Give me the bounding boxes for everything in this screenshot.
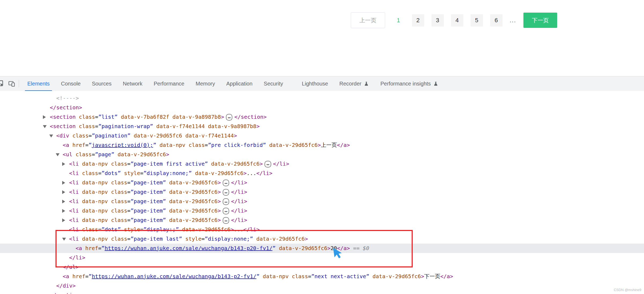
dom-node[interactable]: <li data-npv class=”page-item last” styl… <box>0 234 644 244</box>
expand-arrow-icon[interactable] <box>43 115 46 119</box>
tab-recorder[interactable]: Recorder <box>334 76 375 91</box>
inspect-element-icon[interactable] <box>0 79 5 88</box>
dom-node[interactable]: <section class=”list” data-v-7ba6f82f da… <box>0 112 644 122</box>
dom-node[interactable]: <li class=”dots” style=”display:none;” d… <box>0 169 644 178</box>
inline-expand-button[interactable]: … <box>223 208 229 214</box>
code-token: ”page-item” <box>131 217 166 223</box>
dom-node[interactable]: <a href=”javascript:void(0);” data-npv c… <box>0 140 644 150</box>
expand-arrow-icon[interactable] <box>62 200 65 203</box>
tab-security[interactable]: Security <box>258 76 289 91</box>
page-button-5[interactable]: 5 <box>471 14 483 27</box>
dom-node[interactable]: </section> <box>0 291 644 294</box>
dom-node[interactable]: <li data-npv class=”page-item” data-v-29… <box>0 206 644 215</box>
code-token: </ul> <box>63 264 79 270</box>
code-token: = <box>202 236 205 242</box>
tab-application[interactable]: Application <box>221 76 258 91</box>
page-button-2[interactable]: 2 <box>412 14 424 27</box>
code-token: class <box>108 161 127 167</box>
code-token: data-v-f74e1144 <box>182 132 234 139</box>
collapse-arrow-icon[interactable] <box>56 153 59 156</box>
code-token: > <box>166 151 169 158</box>
dom-node[interactable]: <li data-npv class=”page-item” data-v-29… <box>0 197 644 206</box>
tab-sources[interactable]: Sources <box>86 76 117 91</box>
inline-expand-button[interactable]: … <box>226 114 232 121</box>
dom-node[interactable]: <li data-npv class=”page-item” data-v-29… <box>0 215 644 225</box>
dom-node[interactable]: <section class=”pagination-wrap” data-v-… <box>0 122 644 131</box>
code-token: <section <box>50 123 76 129</box>
code-token: <li <box>69 161 79 167</box>
dom-node[interactable]: </section> <box>0 103 644 112</box>
code-token: data-v-29d65fc6 <box>276 245 327 251</box>
code-token: data-npv <box>156 142 185 148</box>
page-button-3[interactable]: 3 <box>431 14 444 27</box>
dom-node[interactable]: <a href=”https://wuhan.anjuke.com/sale/w… <box>0 272 644 281</box>
dom-node[interactable]: <li data-npv class=”page-item” data-v-29… <box>0 178 644 187</box>
expand-arrow-icon[interactable] <box>62 181 65 185</box>
code-token: </li> <box>231 198 247 204</box>
code-token: = <box>308 273 311 280</box>
code-token: = <box>127 189 131 195</box>
dom-node[interactable]: </li> <box>0 253 644 262</box>
page-button-1[interactable]: 1 <box>392 14 405 27</box>
code-token: ”pagination” <box>92 132 131 139</box>
code-token: class <box>108 236 127 242</box>
expand-arrow-icon[interactable] <box>62 218 65 222</box>
code-token: ”list” <box>98 114 118 120</box>
code-token: 上一页 <box>321 142 337 148</box>
code-token: class <box>79 226 98 233</box>
experiment-icon <box>433 81 438 86</box>
tab-console[interactable]: Console <box>55 76 86 91</box>
next-page-button[interactable]: 下一页 <box>523 13 557 28</box>
code-token: data-v-29d65fc6 <box>166 189 218 195</box>
code-token: ”dots” <box>101 170 121 176</box>
code-token: </section> <box>50 292 82 294</box>
tab-performance[interactable]: Performance <box>148 76 190 91</box>
expand-arrow-icon[interactable] <box>62 190 65 194</box>
collapse-arrow-icon[interactable] <box>49 135 53 137</box>
code-token: href <box>82 245 98 251</box>
page-button-4[interactable]: 4 <box>451 14 463 27</box>
inline-expand-button[interactable]: … <box>265 161 271 168</box>
dom-node-selected[interactable]: <a href=”https://wuhan.anjuke.com/sale/w… <box>0 244 644 253</box>
prev-page-button[interactable]: 上一页 <box>351 12 385 28</box>
tab-lighthouse[interactable]: Lighthouse <box>296 76 334 91</box>
code-token: ”pagination-wrap” <box>98 123 153 129</box>
tab-network[interactable]: Network <box>117 76 148 91</box>
dom-node[interactable]: </ul> <box>0 262 644 272</box>
tab-memory[interactable]: Memory <box>190 76 221 91</box>
code-token: > <box>221 114 224 120</box>
tab-label: Console <box>61 81 80 87</box>
code-token: = <box>85 142 88 148</box>
code-token: ”page-item first active” <box>131 161 208 167</box>
code-token: = <box>95 114 98 120</box>
code-token: <section <box>50 114 76 120</box>
code-token: data-v-f74e1144 <box>153 123 205 129</box>
collapse-arrow-icon[interactable] <box>62 238 66 241</box>
code-token: ” <box>153 142 156 148</box>
dom-node[interactable]: <li class=”dots” style=”display:;” data-… <box>0 225 644 234</box>
tab-elements[interactable]: Elements <box>22 76 55 91</box>
dom-node[interactable]: <li data-npv class=”page-item first acti… <box>0 159 644 169</box>
code-token: data-v-9a8987b8 <box>205 123 256 129</box>
page-number-list: 123456 <box>392 14 502 27</box>
code-token: data-v-29d65fc6 <box>208 161 260 167</box>
dom-node[interactable]: </div> <box>0 281 644 291</box>
page-button-6[interactable]: 6 <box>490 14 502 27</box>
expand-arrow-icon[interactable] <box>62 209 65 213</box>
dom-node[interactable]: <li data-npv class=”page-item” data-v-29… <box>0 187 644 197</box>
tab-performance-insights[interactable]: Performance insights <box>375 76 444 91</box>
inline-expand-button[interactable]: … <box>223 189 229 196</box>
code-token: </div> <box>56 282 76 289</box>
inline-expand-button[interactable]: … <box>223 180 229 186</box>
inline-expand-button[interactable]: … <box>223 217 229 224</box>
dom-node[interactable]: <ul class=”page” data-v-29d65fc6> <box>0 150 644 159</box>
code-token: </li> <box>231 217 247 223</box>
expand-arrow-icon[interactable] <box>62 162 65 166</box>
code-token: = <box>205 142 208 148</box>
device-toolbar-icon[interactable] <box>8 80 16 87</box>
inline-expand-button[interactable]: … <box>223 198 229 205</box>
code-token: https://wuhan.anjuke.com/sale/wuchanga/b… <box>105 245 272 251</box>
dom-node[interactable]: <!----> <box>0 94 644 103</box>
dom-node[interactable]: <div class=”pagination” data-v-29d65fc6 … <box>0 131 644 140</box>
collapse-arrow-icon[interactable] <box>43 125 47 128</box>
